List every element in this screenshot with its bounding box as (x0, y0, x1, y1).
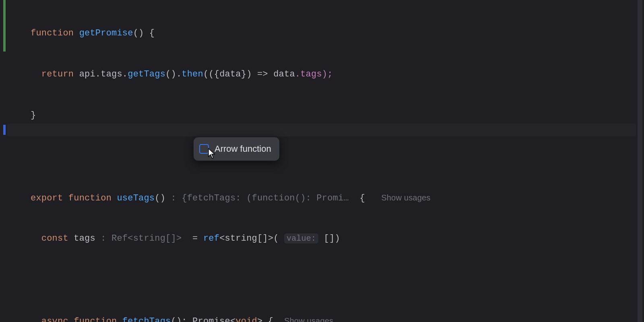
brace: } (31, 110, 36, 120)
vertical-scrollbar[interactable] (638, 0, 642, 322)
punct: []) (318, 233, 340, 244)
code-line: async function fetchTags(): Promise<void… (31, 314, 431, 322)
arrow-function-label: Arrow function (215, 142, 271, 156)
punct: () (155, 193, 165, 203)
ident: }) => (241, 69, 273, 79)
brace: { (349, 193, 365, 203)
function-name: useTags (117, 193, 155, 203)
punct: = (182, 233, 203, 244)
ident: data (273, 69, 295, 79)
code-line: } (31, 109, 431, 122)
keyword-void: void (235, 316, 257, 322)
punct: < (230, 316, 235, 322)
ident: api.tags. (79, 69, 128, 79)
call: then (182, 69, 203, 79)
punct: (): (171, 316, 192, 322)
show-usages-link[interactable]: Show usages (381, 193, 430, 202)
keyword-function: function (31, 28, 74, 38)
type: Promise (192, 316, 230, 322)
keyword-const: const (41, 233, 68, 244)
arrow-function-checkbox[interactable] (199, 144, 209, 154)
code-line: function getPromise() { (31, 27, 431, 40)
ident: (). (165, 69, 182, 79)
var: tags (74, 233, 95, 244)
keyword-return: return (41, 69, 74, 79)
inlay-type-hint: : Ref<string[]> (101, 233, 182, 244)
keyword-function: function (68, 193, 111, 203)
punct: > { (257, 316, 273, 322)
ident: (({ (203, 69, 219, 79)
code-editor[interactable]: function getPromise() { return api.tags.… (31, 0, 431, 322)
keyword-async: async (41, 316, 68, 322)
inlay-type-hint: : {fetchTags: (function(): Promi… (171, 193, 349, 203)
show-usages-link[interactable]: Show usages (284, 316, 333, 322)
code-line (31, 273, 431, 287)
param: data (219, 69, 241, 79)
call: ref (203, 233, 219, 244)
code-line: export function useTags() : {fetchTags: … (31, 191, 431, 204)
gutter-caret-marker (3, 125, 6, 135)
punct: () { (133, 28, 155, 38)
call: getTags (128, 69, 165, 79)
generic: <string[]>( (219, 233, 279, 244)
code-line: return api.tags.getTags().then(({data}) … (31, 68, 431, 81)
function-name: getPromise (79, 28, 133, 38)
keyword-function: function (74, 316, 117, 322)
gutter-modified-marker (3, 0, 6, 52)
prop: .tags); (295, 69, 333, 79)
code-line: const tags : Ref<string[]> = ref<string[… (31, 232, 431, 246)
function-name: fetchTags (122, 316, 171, 322)
inlay-param-hint: value: (284, 233, 318, 244)
refactor-options-popup[interactable]: Arrow function (193, 137, 280, 161)
keyword-export: export (31, 193, 63, 203)
